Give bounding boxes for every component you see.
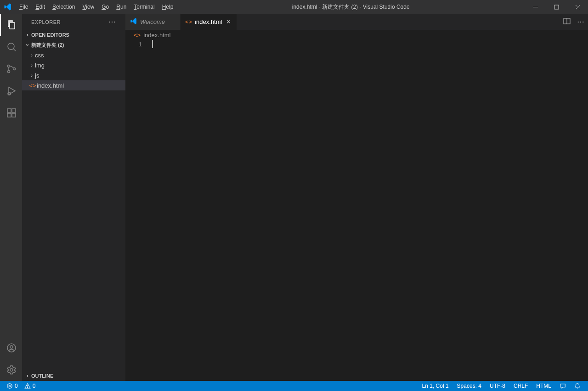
sidebar-title: EXPLORER	[31, 19, 61, 25]
vscode-icon	[130, 17, 137, 26]
svg-point-3	[8, 65, 10, 67]
cursor-pos-label: Ln 1, Col 1	[422, 383, 449, 389]
html-file-icon: <>	[185, 18, 192, 25]
eol-label: CRLF	[514, 383, 528, 389]
svg-rect-8	[7, 113, 11, 117]
tree-folder-img[interactable]: › img	[22, 60, 125, 70]
menu-run[interactable]: Run	[113, 0, 130, 14]
tree-item-label: js	[35, 72, 39, 79]
editor-group: Welcome ✕ <> index.html ✕ ⋯ <> index.htm…	[125, 14, 588, 381]
close-icon[interactable]: ✕	[225, 18, 232, 25]
chevron-down-icon: ›	[24, 41, 31, 49]
menu-file[interactable]: File	[16, 0, 32, 14]
status-eol[interactable]: CRLF	[511, 383, 531, 389]
minimize-button[interactable]	[525, 0, 546, 14]
activity-explorer[interactable]	[0, 14, 22, 36]
status-encoding[interactable]: UTF-8	[487, 383, 508, 389]
sidebar-header: EXPLORER ⋯	[22, 14, 125, 30]
outline-label: OUTLINE	[31, 373, 53, 379]
menu-bar: File Edit Selection View Go Run Terminal…	[16, 0, 177, 14]
tab-welcome[interactable]: Welcome ✕	[125, 14, 181, 30]
titlebar: File Edit Selection View Go Run Terminal…	[0, 0, 588, 14]
lang-label: HTML	[536, 383, 551, 389]
chevron-right-icon: ›	[24, 373, 31, 379]
svg-point-4	[8, 71, 10, 73]
open-editors-section[interactable]: › OPEN EDITORS	[22, 30, 125, 40]
window-title: index.html - 新建文件夹 (2) - Visual Studio C…	[177, 3, 525, 11]
breadcrumb-file: index.html	[143, 32, 170, 39]
tab-index-html[interactable]: <> index.html ✕	[181, 14, 237, 30]
code-area[interactable]	[150, 40, 588, 381]
errors-count: 0	[15, 383, 18, 389]
svg-rect-9	[12, 113, 16, 117]
sidebar: EXPLORER ⋯ › OPEN EDITORS › 新建文件夹 (2) › …	[22, 14, 125, 381]
svg-point-18	[27, 387, 28, 388]
activity-bar	[0, 14, 22, 381]
outline-section[interactable]: › OUTLINE	[22, 371, 125, 381]
breadcrumb[interactable]: <> index.html	[125, 30, 588, 40]
svg-rect-0	[533, 7, 538, 7]
split-editor-icon[interactable]	[563, 17, 571, 27]
chevron-right-icon: ›	[28, 62, 35, 68]
line-number: 1	[125, 40, 142, 49]
tab-label: Welcome	[140, 18, 165, 25]
close-button[interactable]	[567, 0, 588, 14]
activity-run-debug[interactable]	[0, 80, 22, 102]
menu-view[interactable]: View	[79, 0, 98, 14]
menu-terminal[interactable]: Terminal	[130, 0, 158, 14]
menu-go[interactable]: Go	[98, 0, 113, 14]
open-editors-label: OPEN EDITORS	[31, 32, 69, 38]
menu-selection[interactable]: Selection	[49, 0, 79, 14]
tree-folder-js[interactable]: › js	[22, 70, 125, 80]
file-tree: › css › img › js <> index.html	[22, 50, 125, 90]
html-file-icon: <>	[28, 82, 37, 89]
tree-file-index-html[interactable]: <> index.html	[22, 80, 125, 90]
editor-body[interactable]: 1	[125, 40, 588, 381]
status-warnings[interactable]: 0	[23, 383, 38, 389]
line-number-gutter: 1	[125, 40, 150, 381]
svg-rect-1	[554, 5, 559, 9]
minimap[interactable]	[582, 40, 588, 381]
menu-edit[interactable]: Edit	[32, 0, 49, 14]
activity-source-control[interactable]	[0, 58, 22, 80]
activity-extensions[interactable]	[0, 102, 22, 124]
status-errors[interactable]: 0	[5, 383, 20, 389]
tree-folder-css[interactable]: › css	[22, 50, 125, 60]
svg-rect-10	[12, 109, 16, 112]
editor-actions: ⋯	[563, 14, 588, 30]
tree-item-label: css	[35, 52, 44, 59]
svg-point-13	[10, 369, 13, 371]
status-cursor-position[interactable]: Ln 1, Col 1	[419, 383, 452, 389]
activity-settings[interactable]	[0, 359, 22, 381]
tree-item-label: img	[35, 62, 45, 69]
text-cursor	[152, 40, 153, 48]
more-actions-icon[interactable]: ⋯	[577, 17, 584, 26]
warnings-count: 0	[33, 383, 36, 389]
tree-item-label: index.html	[37, 82, 64, 89]
statusbar: 0 0 Ln 1, Col 1 Spaces: 4 UTF-8 CRLF HTM…	[0, 381, 588, 391]
sidebar-more-icon[interactable]: ⋯	[108, 17, 116, 26]
status-notifications[interactable]	[571, 383, 583, 389]
svg-point-2	[8, 43, 14, 50]
activity-search[interactable]	[0, 36, 22, 58]
html-file-icon: <>	[134, 32, 141, 39]
tabs-row: Welcome ✕ <> index.html ✕ ⋯	[125, 14, 588, 30]
chevron-right-icon: ›	[28, 52, 35, 58]
vscode-logo-icon	[0, 3, 16, 11]
window-controls	[525, 0, 588, 14]
spaces-label: Spaces: 4	[457, 383, 481, 389]
maximize-button[interactable]	[546, 0, 567, 14]
svg-rect-7	[7, 109, 11, 112]
chevron-right-icon: ›	[28, 73, 35, 78]
status-indentation[interactable]: Spaces: 4	[454, 383, 484, 389]
workspace-folder-name: 新建文件夹 (2)	[31, 42, 64, 49]
status-language[interactable]: HTML	[533, 383, 554, 389]
menu-help[interactable]: Help	[158, 0, 177, 14]
activity-account[interactable]	[0, 337, 22, 359]
chevron-right-icon: ›	[24, 32, 31, 38]
svg-point-5	[13, 68, 16, 70]
encoding-label: UTF-8	[490, 383, 505, 389]
svg-point-12	[10, 346, 13, 348]
status-feedback[interactable]	[557, 383, 569, 389]
workspace-folder-section[interactable]: › 新建文件夹 (2)	[22, 40, 125, 50]
